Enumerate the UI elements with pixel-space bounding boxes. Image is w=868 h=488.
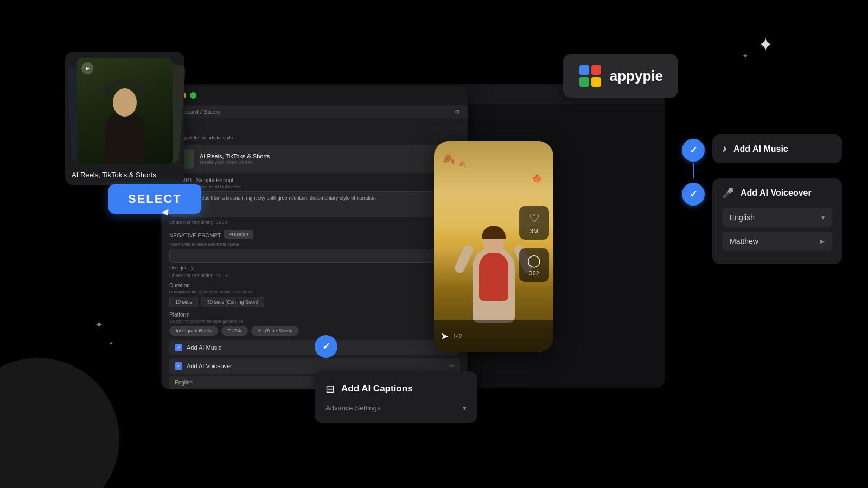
quality-label: Use quality bbox=[169, 265, 460, 271]
appypie-logo: appypie bbox=[563, 54, 678, 98]
voiceover-icon: 🎤 bbox=[722, 187, 734, 199]
sparkle-icon-small-3: ✦ bbox=[108, 340, 113, 347]
template-info: AI Reels, TikToks & Shorts create your v… bbox=[200, 153, 443, 165]
template-desc: one AI palette for artistic style bbox=[169, 135, 460, 140]
ai-music-section: ✓ ♪ Add AI Music bbox=[682, 134, 842, 163]
sample-prompt-btn[interactable]: Sample Prompt bbox=[196, 177, 233, 183]
comment-icon: ◯ bbox=[527, 254, 541, 268]
card-title: AI Reels, TikTok's & Shorts bbox=[72, 171, 178, 179]
captions-settings-row[interactable]: Advance Settings ▾ bbox=[326, 404, 467, 412]
template-row[interactable]: AI Reels, TikToks & Shorts create your v… bbox=[169, 145, 460, 173]
ai-music-title: Add AI Music bbox=[733, 144, 788, 154]
mobile-bottom-bar: ➤ 142 bbox=[434, 320, 553, 352]
ai-voiceover-title: Add AI Voiceover bbox=[741, 188, 812, 198]
captions-icon: ⊟ bbox=[326, 382, 335, 395]
check-btn-voiceover[interactable]: ✓ bbox=[682, 183, 705, 206]
platform-tiktok[interactable]: TikTok bbox=[221, 326, 248, 336]
voiceover-lang-right: English bbox=[730, 213, 755, 222]
sparkle-icon-small-2: ✦ bbox=[95, 319, 103, 331]
mobile-background: 🍂 🍁 🍂 ♡ 3M ◯ 362 ➤ 142 bbox=[434, 141, 553, 352]
dur-btn-10s[interactable]: 10 secs bbox=[169, 297, 198, 307]
sparkle-icon-top-right: ✦ bbox=[758, 34, 773, 55]
section-del-label: DEL bbox=[169, 128, 460, 134]
svg-rect-0 bbox=[579, 65, 589, 75]
leaf-3: 🍂 bbox=[458, 160, 467, 168]
lang-dropdown-arrow: ▾ bbox=[821, 214, 825, 221]
presets-button[interactable]: Presets ▾ bbox=[224, 230, 253, 239]
negative-prompt-textarea[interactable] bbox=[169, 249, 460, 263]
neg-prompt-sublabel: Insert what to leave out of the scene. bbox=[169, 242, 460, 247]
svg-rect-1 bbox=[591, 65, 601, 75]
leaf-2: 🍁 bbox=[532, 174, 542, 184]
platform-instagram[interactable]: Instagram Reels bbox=[169, 326, 218, 336]
voiceover-voice-dropdown[interactable]: Matthew ▶ bbox=[722, 232, 832, 251]
sparkle-icon-small-1: ✦ bbox=[742, 52, 749, 60]
music-icon: ♪ bbox=[722, 143, 727, 155]
platform-youtube[interactable]: YouTube Shorts bbox=[251, 326, 299, 336]
char-remaining-2: Character remaining: 1900 bbox=[169, 273, 460, 278]
share-count: 142 bbox=[453, 333, 462, 339]
template-card: ▶ AI Reels, TikTok's & Shorts bbox=[65, 52, 184, 185]
ai-features-panel: ✓ ♪ Add AI Music ✓ 🎤 Add AI Voiceover En… bbox=[682, 134, 842, 264]
captions-settings-label: Advance Settings bbox=[326, 404, 380, 412]
duration-label: Duration bbox=[169, 282, 460, 288]
play-icon-thumb: ▶ bbox=[81, 62, 93, 74]
ai-voiceover-section: ✓ 🎤 Add AI Voiceover English ▾ Matthew ▶ bbox=[682, 178, 842, 264]
neg-prompt-label: NEGATIVE PROMPT bbox=[169, 233, 221, 239]
dur-btn-30s[interactable]: 30 secs (Coming Soon) bbox=[201, 297, 264, 307]
voiceover-lang-value: English bbox=[175, 380, 193, 386]
ai-music-header: ♪ Add AI Music bbox=[712, 134, 842, 163]
check-col-voiceover: ✓ bbox=[682, 178, 705, 206]
svg-rect-2 bbox=[579, 77, 589, 87]
captions-settings-arrow: ▾ bbox=[463, 404, 467, 412]
comments-count: 362 bbox=[529, 270, 539, 277]
prompt-label: PROMPT Sample Prompt bbox=[169, 177, 460, 183]
mobile-frame: 🍂 🍁 🍂 ♡ 3M ◯ 362 ➤ 142 bbox=[434, 141, 553, 352]
voice-dropdown-arrow: ▶ bbox=[820, 237, 825, 245]
comments-box: ◯ 362 bbox=[519, 248, 549, 282]
mobile-preview: 🍂 🍁 🍂 ♡ 3M ◯ 362 ➤ 142 bbox=[434, 141, 553, 352]
breadcrumb: Dashboard / Studio ⚙ bbox=[162, 105, 468, 118]
ai-voiceover-body: English ▾ Matthew ▶ bbox=[712, 208, 842, 264]
feature-voiceover-label: Add AI Voiceover bbox=[187, 363, 449, 369]
ai-voiceover-header: 🎤 Add AI Voiceover bbox=[712, 178, 842, 208]
duration-row: 10 secs 30 secs (Coming Soon) bbox=[169, 297, 460, 307]
duration-sublabel: Duration of the generated audio in secon… bbox=[169, 290, 460, 294]
interaction-icons: ♡ 3M ◯ 362 bbox=[519, 206, 549, 282]
connector-line-1 bbox=[693, 163, 694, 178]
check-btn-music[interactable]: ✓ bbox=[682, 139, 705, 162]
platform-tags: Instagram Reels TikTok YouTube Shorts bbox=[169, 326, 460, 336]
thumb-main: ▶ bbox=[77, 58, 173, 164]
thumbnail-stack: ▶ bbox=[72, 58, 178, 164]
check-btn-captions[interactable]: ✓ bbox=[315, 335, 337, 358]
logo-text: appypie bbox=[610, 68, 663, 85]
heart-icon: ♡ bbox=[529, 211, 540, 226]
feature-voiceover-checkbox: ✓ bbox=[175, 362, 182, 370]
dot-green-studio bbox=[190, 92, 196, 99]
platform-sublabel: Select the platform for your generation bbox=[169, 319, 460, 324]
template-sub: create your video with AI bbox=[200, 159, 443, 165]
select-button[interactable]: SELECT bbox=[108, 184, 201, 214]
likes-count: 3M bbox=[530, 228, 538, 234]
negative-prompt-row: NEGATIVE PROMPT Presets ▾ bbox=[169, 228, 460, 240]
send-icon: ➤ bbox=[441, 330, 449, 342]
platform-label: Platform bbox=[169, 312, 460, 318]
prompt-sublabel: describe your vision for AI to illustrat… bbox=[169, 184, 460, 189]
feature-voiceover-icon: ✏ bbox=[449, 362, 455, 370]
feature-music-checkbox: ✓ bbox=[175, 344, 182, 351]
ai-voiceover-card: 🎤 Add AI Voiceover English ▾ Matthew ▶ bbox=[712, 178, 842, 264]
captions-panel: ⊟ Add AI Captions Advance Settings ▾ bbox=[315, 371, 477, 423]
voiceover-voice: Matthew bbox=[730, 237, 758, 246]
char-remaining-1: Character remaining: 1900 bbox=[169, 220, 460, 225]
svg-rect-3 bbox=[591, 77, 601, 87]
likes-box: ♡ 3M bbox=[519, 206, 549, 240]
voiceover-lang-dropdown-right[interactable]: English ▾ bbox=[722, 208, 832, 227]
user-avatar-placeholder: ⚙ bbox=[455, 108, 460, 115]
check-col-music: ✓ bbox=[682, 134, 705, 162]
captions-title: Add AI Captions bbox=[341, 383, 413, 394]
appypie-logo-icon bbox=[578, 64, 602, 88]
template-name: AI Reels, TikToks & Shorts bbox=[200, 153, 443, 159]
prompt-textarea[interactable]: write your ideas from a firstman, night … bbox=[169, 191, 460, 217]
leaf-1: 🍂 bbox=[442, 152, 456, 165]
captions-header: ⊟ Add AI Captions bbox=[326, 382, 467, 395]
